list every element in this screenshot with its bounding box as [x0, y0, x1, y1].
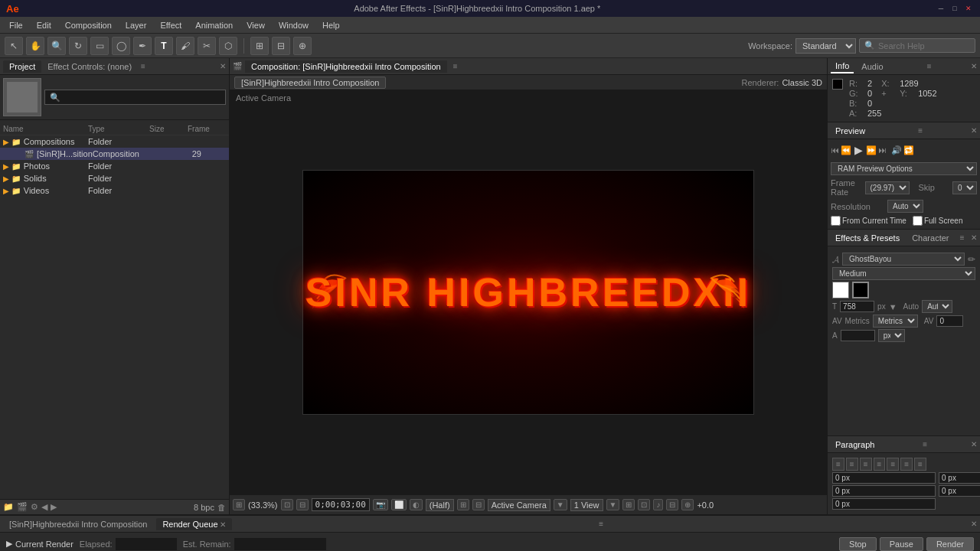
menu-effect[interactable]: Effect: [154, 19, 188, 31]
indent-left-input[interactable]: [832, 472, 936, 484]
grid-btn[interactable]: ⊟: [472, 499, 485, 510]
render-btn-viewer[interactable]: ⊡: [638, 499, 650, 510]
camera-select[interactable]: Active Camera: [488, 499, 550, 511]
alpha-btn[interactable]: ⊕: [681, 499, 694, 510]
space-before-input[interactable]: [832, 485, 936, 497]
tool-rotate[interactable]: ↻: [69, 37, 87, 55]
3d-btn[interactable]: ⊞: [622, 499, 635, 510]
full-screen-checkbox[interactable]: [913, 216, 923, 226]
list-item[interactable]: 🎬 [SinR]H...sition Composition 29: [0, 148, 229, 160]
tab-audio[interactable]: Audio: [857, 60, 887, 73]
panel-close-icon[interactable]: ✕: [220, 62, 226, 70]
search-input[interactable]: [878, 41, 970, 51]
timecode-display[interactable]: 0;00;03;00: [312, 498, 370, 511]
effects-menu[interactable]: ≡: [960, 233, 965, 242]
maximize-button[interactable]: □: [949, 3, 960, 14]
tab-effects-presets[interactable]: Effects & Presets: [831, 232, 904, 244]
tool-pen[interactable]: ✒: [133, 37, 152, 55]
font-size-input[interactable]: [840, 301, 874, 312]
justify-all-btn[interactable]: ≡: [914, 458, 926, 471]
justify-left-btn[interactable]: ≡: [874, 458, 886, 471]
fit-btn[interactable]: ⊡: [281, 499, 293, 510]
para-close[interactable]: ✕: [971, 440, 977, 448]
menu-layer[interactable]: Layer: [119, 19, 153, 31]
info-panel-menu[interactable]: ≡: [927, 62, 932, 70]
pixel-aspect-btn[interactable]: ⊟: [296, 499, 309, 510]
settings-btn[interactable]: ⚙: [31, 502, 38, 512]
exposure-btn[interactable]: ◐: [410, 499, 423, 510]
menu-file[interactable]: File: [3, 19, 29, 31]
tool-snapping[interactable]: ⊞: [250, 37, 269, 55]
tool-extra2[interactable]: ⊕: [293, 37, 312, 55]
align-center-btn[interactable]: ≡: [846, 458, 858, 471]
list-item[interactable]: ▶ 📁 Videos Folder: [0, 184, 229, 197]
from-current-label[interactable]: From Current Time: [831, 216, 906, 226]
align-left-btn[interactable]: ≡: [832, 458, 844, 471]
next-frame-btn[interactable]: ⏩: [866, 145, 877, 155]
menu-help[interactable]: Help: [316, 19, 346, 31]
transparency-btn[interactable]: ⬜: [391, 499, 407, 510]
timeline-close[interactable]: ✕: [971, 520, 977, 528]
prev-frame-btn[interactable]: ⏪: [841, 145, 851, 155]
first-frame-btn[interactable]: ⏮: [831, 145, 839, 155]
new-folder-btn[interactable]: 📁: [3, 502, 14, 512]
font-family-select[interactable]: GhostBayou: [842, 253, 965, 266]
comp-panel-menu[interactable]: ≡: [453, 62, 458, 70]
snapshot-btn[interactable]: 📷: [373, 499, 388, 510]
last-frame-btn[interactable]: ⏭: [878, 145, 887, 155]
nav-prev-btn[interactable]: ◀: [41, 502, 47, 512]
delete-btn[interactable]: 🗑: [217, 503, 226, 512]
audio-btn[interactable]: ♪: [653, 499, 663, 510]
resolution-badge[interactable]: (Half): [426, 499, 454, 511]
justify-center-btn[interactable]: ≡: [887, 458, 899, 471]
menu-view[interactable]: View: [240, 19, 271, 31]
project-search-input[interactable]: [44, 90, 226, 105]
tab-character[interactable]: Character: [907, 232, 953, 244]
current-render-toggle[interactable]: ▶ Current Render: [6, 539, 74, 549]
align-right-btn[interactable]: ≡: [860, 458, 872, 471]
tool-ellipse[interactable]: ◯: [112, 37, 130, 55]
timeline-menu[interactable]: ≡: [599, 520, 603, 528]
effects-close[interactable]: ✕: [971, 233, 977, 242]
viewer-region-btn[interactable]: ⊞: [233, 499, 245, 510]
menu-animation[interactable]: Animation: [189, 19, 239, 31]
tab-effect-controls[interactable]: Effect Controls: (none): [41, 60, 138, 73]
indent-right-input[interactable]: [939, 472, 980, 484]
tool-brush[interactable]: 🖌: [176, 37, 194, 55]
audio-toggle-btn[interactable]: 🔊: [891, 145, 902, 155]
frame-rate-select[interactable]: (29.97): [865, 181, 910, 194]
overlay-btn[interactable]: ⊟: [666, 499, 678, 510]
tab-render-queue[interactable]: Render Queue✕: [156, 518, 231, 530]
list-item[interactable]: ▶ 📁 Compositions Folder: [0, 135, 229, 148]
comp-view-btn[interactable]: ⊞: [457, 499, 469, 510]
workspace-select[interactable]: Standard All Panels Animation: [795, 38, 856, 54]
list-item[interactable]: ▶ 📁 Solids Folder: [0, 172, 229, 184]
new-comp-btn[interactable]: 🎬: [17, 502, 28, 512]
nav-next-btn[interactable]: ▶: [51, 502, 57, 512]
justify-right-btn[interactable]: ≡: [900, 458, 913, 471]
tool-stamp[interactable]: ✂: [198, 37, 216, 55]
size-dropdown[interactable]: ▼: [889, 302, 897, 311]
font-style-select[interactable]: Medium: [832, 267, 975, 280]
close-button[interactable]: ✕: [963, 3, 974, 14]
menu-composition[interactable]: Composition: [59, 19, 118, 31]
menu-window[interactable]: Window: [273, 19, 315, 31]
tab-info[interactable]: Info: [831, 60, 854, 73]
camera-arrow[interactable]: ▼: [554, 499, 567, 510]
view-select[interactable]: 1 View: [570, 499, 603, 511]
indent-first-input[interactable]: [939, 485, 980, 497]
full-screen-label[interactable]: Full Screen: [913, 216, 963, 226]
menu-edit[interactable]: Edit: [31, 19, 57, 31]
tool-hand[interactable]: ✋: [26, 37, 44, 55]
tool-text[interactable]: T: [155, 37, 173, 55]
stop-button[interactable]: Stop: [839, 537, 877, 551]
stroke-color-swatch[interactable]: [852, 282, 869, 298]
preview-close[interactable]: ✕: [971, 126, 977, 135]
tab-project[interactable]: Project: [3, 60, 41, 73]
skip-select[interactable]: 0: [952, 181, 977, 194]
baseline-input[interactable]: [841, 330, 875, 341]
pause-button[interactable]: Pause: [880, 537, 923, 551]
panel-menu-icon[interactable]: ≡: [141, 62, 145, 70]
tool-select[interactable]: ↖: [5, 37, 23, 55]
text-color-swatch[interactable]: [832, 282, 849, 298]
